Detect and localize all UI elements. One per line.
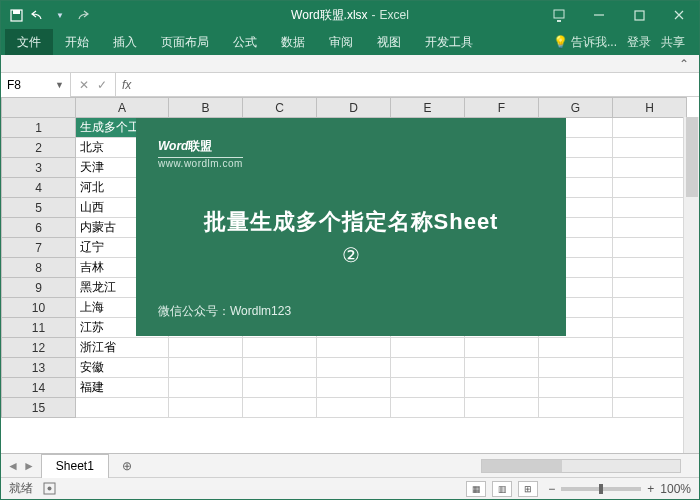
tab-formulas[interactable]: 公式 — [221, 29, 269, 55]
filename: Word联盟.xlsx — [291, 7, 367, 24]
svg-rect-2 — [554, 10, 564, 18]
share-button[interactable]: 共享 — [661, 34, 685, 51]
row-header[interactable]: 12 — [2, 338, 76, 358]
col-header[interactable]: A — [76, 98, 169, 118]
row-header[interactable]: 1 — [2, 118, 76, 138]
horizontal-scrollbar[interactable] — [481, 459, 681, 473]
signin-button[interactable]: 登录 — [627, 34, 651, 51]
name-box-input[interactable] — [7, 78, 47, 92]
svg-rect-1 — [13, 10, 20, 14]
sheet-tab-bar: ◄ ► Sheet1 ⊕ — [1, 453, 699, 477]
tell-me[interactable]: 💡 告诉我... — [553, 34, 617, 51]
col-header[interactable]: F — [465, 98, 539, 118]
row-header[interactable]: 4 — [2, 178, 76, 198]
tab-developer[interactable]: 开发工具 — [413, 29, 485, 55]
formula-bar: ▼ ✕ ✓ fx — [1, 73, 699, 97]
ribbon-collapsed-bar: ⌃ — [1, 55, 699, 73]
sheet-nav-prev-icon[interactable]: ◄ — [7, 459, 19, 473]
overlay-url: www.wordlm.com — [158, 157, 243, 169]
tab-review[interactable]: 审阅 — [317, 29, 365, 55]
row-header[interactable]: 15 — [2, 398, 76, 418]
window-title: Word联盟.xlsx - Excel — [291, 7, 409, 24]
add-sheet-icon[interactable]: ⊕ — [115, 454, 139, 478]
svg-point-6 — [48, 487, 52, 491]
qat-dropdown-icon[interactable]: ▼ — [53, 8, 67, 22]
zoom-in-icon[interactable]: + — [647, 482, 654, 496]
redo-icon[interactable] — [75, 8, 89, 22]
overlay-logo: Word联盟 — [158, 134, 212, 154]
close-icon[interactable] — [659, 1, 699, 29]
svg-rect-4 — [635, 11, 644, 20]
overlay-title: 批量生成多个指定名称Sheet — [204, 207, 499, 237]
sheet-nav: ◄ ► — [1, 459, 41, 473]
name-box-dropdown-icon[interactable]: ▼ — [55, 80, 64, 90]
zoom-level[interactable]: 100% — [660, 482, 691, 496]
sheet-nav-next-icon[interactable]: ► — [23, 459, 35, 473]
col-header[interactable]: G — [539, 98, 613, 118]
col-header[interactable]: C — [243, 98, 317, 118]
sheet-tab[interactable]: Sheet1 — [41, 454, 109, 478]
overlay-card: Word联盟 www.wordlm.com 批量生成多个指定名称Sheet ② … — [136, 118, 566, 336]
status-ready: 就绪 — [9, 480, 33, 497]
window-controls — [539, 1, 699, 29]
row-header[interactable]: 6 — [2, 218, 76, 238]
row-header[interactable]: 14 — [2, 378, 76, 398]
scrollbar-thumb[interactable] — [686, 117, 698, 197]
select-all-corner[interactable] — [2, 98, 76, 118]
undo-icon[interactable] — [31, 8, 45, 22]
row-header[interactable]: 2 — [2, 138, 76, 158]
cell[interactable]: 安徽 — [76, 358, 169, 378]
tab-view[interactable]: 视图 — [365, 29, 413, 55]
scrollbar-thumb[interactable] — [482, 460, 562, 472]
quick-access-toolbar: ▼ — [1, 8, 97, 22]
view-pagelayout-icon[interactable]: ▥ — [492, 481, 512, 497]
formula-input[interactable] — [137, 78, 693, 92]
minimize-icon[interactable] — [579, 1, 619, 29]
row-header[interactable]: 8 — [2, 258, 76, 278]
col-header[interactable]: B — [169, 98, 243, 118]
col-header[interactable]: D — [317, 98, 391, 118]
overlay-footer: 微信公众号：Wordlm123 — [158, 303, 544, 320]
zoom-control: − + 100% — [548, 482, 691, 496]
column-headers: A B C D E F G H — [2, 98, 687, 118]
title-bar: ▼ Word联盟.xlsx - Excel — [1, 1, 699, 29]
app-name: Excel — [380, 8, 409, 22]
row-header[interactable]: 7 — [2, 238, 76, 258]
macro-record-icon[interactable] — [43, 482, 56, 495]
col-header[interactable]: E — [391, 98, 465, 118]
ribbon-tabs: 文件 开始 插入 页面布局 公式 数据 审阅 视图 开发工具 💡 告诉我... … — [1, 29, 699, 55]
tab-insert[interactable]: 插入 — [101, 29, 149, 55]
cancel-formula-icon[interactable]: ✕ — [79, 78, 89, 92]
status-bar: 就绪 ▦ ▥ ⊞ − + 100% — [1, 477, 699, 499]
tab-data[interactable]: 数据 — [269, 29, 317, 55]
save-icon[interactable] — [9, 8, 23, 22]
vertical-scrollbar[interactable] — [683, 117, 699, 453]
cell[interactable] — [76, 398, 169, 418]
ribbon-options-icon[interactable] — [539, 1, 579, 29]
row-header[interactable]: 13 — [2, 358, 76, 378]
tab-pagelayout[interactable]: 页面布局 — [149, 29, 221, 55]
col-header[interactable]: H — [613, 98, 687, 118]
maximize-icon[interactable] — [619, 1, 659, 29]
view-normal-icon[interactable]: ▦ — [466, 481, 486, 497]
fx-icon[interactable]: fx — [122, 78, 131, 92]
cell[interactable]: 浙江省 — [76, 338, 169, 358]
zoom-slider[interactable] — [561, 487, 641, 491]
name-box[interactable]: ▼ — [1, 73, 71, 97]
row-header[interactable]: 3 — [2, 158, 76, 178]
tab-file[interactable]: 文件 — [5, 29, 53, 55]
zoom-out-icon[interactable]: − — [548, 482, 555, 496]
row-header[interactable]: 9 — [2, 278, 76, 298]
spreadsheet-grid[interactable]: A B C D E F G H 1生成多个工作表 2北京 3天津 4河北 5山西… — [1, 97, 699, 453]
row-header[interactable]: 10 — [2, 298, 76, 318]
tab-home[interactable]: 开始 — [53, 29, 101, 55]
cell[interactable]: 福建 — [76, 378, 169, 398]
row-header[interactable]: 5 — [2, 198, 76, 218]
view-pagebreak-icon[interactable]: ⊞ — [518, 481, 538, 497]
overlay-number: ② — [342, 243, 360, 267]
enter-formula-icon[interactable]: ✓ — [97, 78, 107, 92]
row-header[interactable]: 11 — [2, 318, 76, 338]
collapse-ribbon-icon[interactable]: ⌃ — [679, 57, 689, 71]
